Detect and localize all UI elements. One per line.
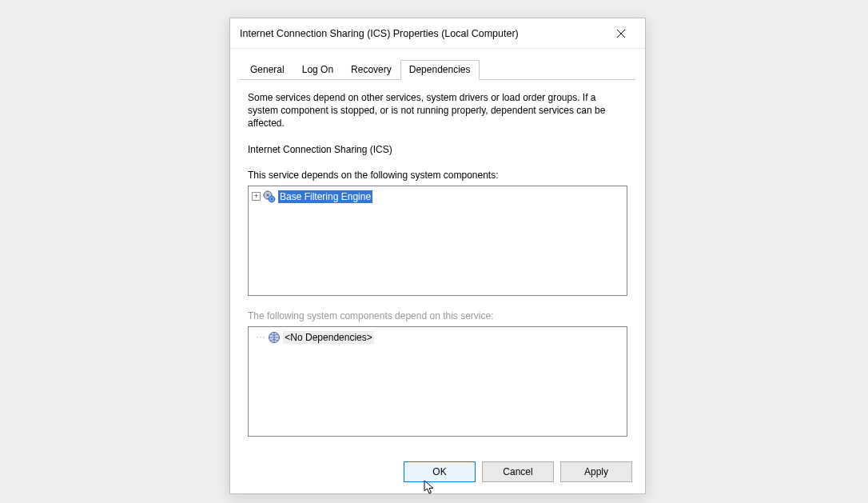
expand-toggle-icon[interactable]: + xyxy=(252,192,261,201)
cancel-button[interactable]: Cancel xyxy=(482,461,554,482)
tree-connector-icon: ··· xyxy=(252,333,265,341)
service-globe-icon xyxy=(268,331,281,344)
depends-on-tree[interactable]: + xyxy=(248,186,627,296)
tab-logon[interactable]: Log On xyxy=(293,60,342,79)
svg-point-3 xyxy=(266,194,269,196)
ok-button[interactable]: OK xyxy=(404,461,476,482)
close-button[interactable] xyxy=(603,22,639,46)
dependencies-panel: Some services depend on other services, … xyxy=(230,80,645,437)
tab-general[interactable]: General xyxy=(241,60,293,79)
gear-service-icon xyxy=(263,190,276,203)
tree-row[interactable]: + xyxy=(252,190,623,203)
titlebar: Internet Connection Sharing (ICS) Proper… xyxy=(230,18,645,49)
tab-strip: General Log On Recovery Dependencies xyxy=(230,49,645,79)
svg-point-9 xyxy=(271,198,273,199)
apply-button[interactable]: Apply xyxy=(560,461,632,482)
properties-dialog: Internet Connection Sharing (ICS) Proper… xyxy=(229,18,646,494)
dialog-button-row: OK Cancel Apply xyxy=(404,461,632,482)
dependencies-description: Some services depend on other services, … xyxy=(248,91,623,130)
tab-recovery[interactable]: Recovery xyxy=(342,60,400,79)
tab-dependencies[interactable]: Dependencies xyxy=(400,60,480,80)
tree-row[interactable]: ··· <No Dependencies> xyxy=(252,330,623,344)
close-icon xyxy=(616,29,626,38)
depends-on-label: This service depends on the following sy… xyxy=(248,170,627,181)
window-title: Internet Connection Sharing (ICS) Proper… xyxy=(240,28,603,39)
tree-item-label[interactable]: Base Filtering Engine xyxy=(278,190,372,203)
tree-item-label[interactable]: <No Dependencies> xyxy=(283,331,373,344)
dependents-tree[interactable]: ··· <No Dependencies> xyxy=(248,326,627,437)
service-name: Internet Connection Sharing (ICS) xyxy=(248,144,627,155)
dependents-label: The following system components depend o… xyxy=(248,310,627,321)
